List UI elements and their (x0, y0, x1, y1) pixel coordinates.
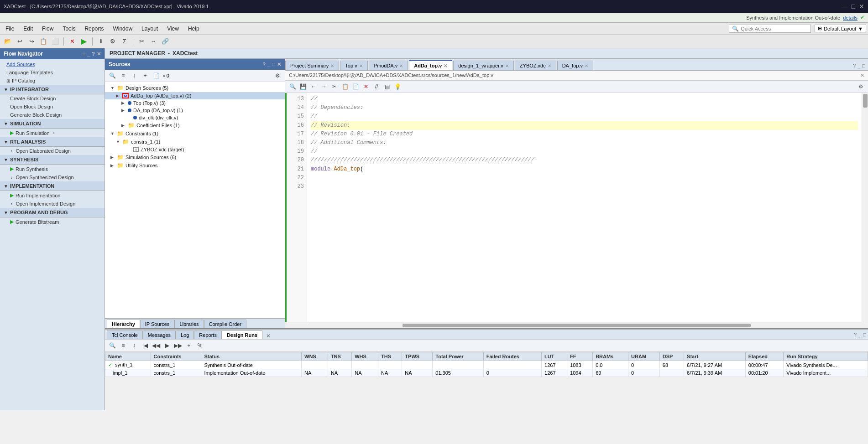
nav-item-run-simulation[interactable]: ▶ Run Simulation › (0, 129, 105, 137)
divclk-node[interactable]: div_clk (div_clk.v) (105, 114, 285, 121)
tab-adda-top-v-close[interactable]: ✕ (444, 63, 447, 68)
tab-design-runs[interactable]: Design Runs (222, 330, 262, 339)
nav-section-rtl[interactable]: ▼ RTL ANALYSIS (0, 137, 105, 147)
col-status[interactable]: Status (201, 352, 302, 361)
col-ths[interactable]: THS (378, 352, 402, 361)
tab-design1-wrapper[interactable]: design_1_wrapper.v ✕ (453, 61, 513, 70)
bt-play-btn[interactable]: ▶ (162, 341, 172, 350)
nav-item-generate-block[interactable]: Generate Block Design (0, 111, 105, 119)
sources-help-icon[interactable]: ? (262, 62, 266, 67)
sim-sources-node[interactable]: ▶ 📁 Simulation Sources (6) (105, 153, 285, 161)
menu-edit[interactable]: Edit (20, 25, 37, 33)
editor-min-icon[interactable]: _ (858, 63, 860, 68)
col-wns[interactable]: WNS (302, 352, 328, 361)
menu-help[interactable]: Help (184, 25, 203, 33)
constraints-node[interactable]: ▼ 📁 Constraints (1) (105, 129, 285, 138)
nav-item-generate-bitstream[interactable]: ▶ Generate Bitstream (0, 217, 105, 226)
bt-sort-btn[interactable]: ↕ (130, 341, 139, 350)
edit-cut-btn[interactable]: ✂ (330, 82, 339, 91)
edit-comment-btn[interactable]: // (372, 82, 381, 91)
col-name[interactable]: Name (105, 352, 151, 361)
col-tpws[interactable]: TPWS (402, 352, 433, 361)
tab-da-top-v-close[interactable]: ✕ (585, 63, 588, 68)
toolbar-stop-btn[interactable]: ✕ (67, 36, 77, 46)
nav-section-program-debug[interactable]: ▼ PROGRAM AND DEBUG (0, 208, 105, 217)
tab-tcl-console[interactable]: Tcl Console (107, 330, 143, 339)
col-failed-routes[interactable]: Failed Routes (483, 352, 541, 361)
sources-tab-compile-order[interactable]: Compile Order (204, 320, 247, 328)
bt-next-btn[interactable]: ▶▶ (173, 341, 183, 350)
sources-tab-libraries[interactable]: Libraries (174, 320, 204, 328)
tab-top-v[interactable]: Top.v ✕ (340, 61, 367, 70)
editor-hscrollbar[interactable] (285, 322, 868, 328)
tab-top-v-close[interactable]: ✕ (359, 63, 363, 68)
bt-first-btn[interactable]: |◀ (141, 341, 150, 350)
col-constraints[interactable]: Constraints (151, 352, 201, 361)
col-run-strategy[interactable]: Run Strategy (784, 352, 868, 361)
datop-node[interactable]: ▶ DA_top (DA_top.v) (1) (105, 107, 285, 114)
sources-tab-hierarchy[interactable]: Hierarchy (107, 320, 140, 328)
tab-reports[interactable]: Reports (194, 330, 222, 339)
toolbar-settings-btn[interactable]: ⚙ (108, 36, 118, 46)
edit-block-btn[interactable]: ▤ (382, 82, 392, 91)
sources-max-icon[interactable]: □ (272, 62, 275, 67)
nav-item-open-implemented[interactable]: › Open Implemented Design (0, 200, 105, 208)
col-brams[interactable]: BRAMs (593, 352, 628, 361)
toolbar-debug-btn[interactable]: 🔗 (160, 36, 170, 46)
details-link[interactable]: details (843, 15, 858, 21)
sources-settings-btn[interactable]: ⚙ (273, 71, 282, 80)
flow-nav-icon-pin[interactable]: ≡ (83, 51, 85, 57)
edit-assist-btn[interactable]: 💡 (393, 82, 402, 91)
menu-file[interactable]: File (2, 25, 18, 33)
sources-search-btn[interactable]: 🔍 (108, 71, 117, 80)
flow-nav-icon-close[interactable]: ✕ (97, 51, 101, 57)
nav-item-open-block[interactable]: Open Block Design (0, 103, 105, 111)
edit-settings-btn[interactable]: ⚙ (856, 82, 865, 91)
search-input[interactable] (741, 26, 805, 31)
bt-search-btn[interactable]: 🔍 (108, 341, 117, 350)
edit-forward-btn[interactable]: → (319, 82, 329, 91)
tab-pmodda-v[interactable]: PmodDA.v ✕ (369, 61, 408, 70)
tab-design1-wrapper-close[interactable]: ✕ (505, 63, 509, 68)
col-total-power[interactable]: Total Power (433, 352, 483, 361)
edit-save-btn[interactable]: 💾 (298, 82, 308, 91)
bottom-min-icon[interactable]: _ (858, 332, 861, 337)
flow-nav-icon-help[interactable]: ? (92, 51, 95, 57)
close-btn[interactable]: ✕ (859, 3, 864, 10)
col-ff[interactable]: FF (567, 352, 593, 361)
col-whs[interactable]: WHS (352, 352, 378, 361)
table-row[interactable]: ✓ synth_1 constrs_1 Synthesis Out-of-dat… (105, 361, 868, 369)
nav-item-language-templates[interactable]: Language Templates (0, 68, 105, 77)
maximize-btn[interactable]: □ (852, 3, 855, 10)
sources-add-btn[interactable]: + (141, 71, 150, 80)
nav-item-create-block[interactable]: Create Block Design (0, 94, 105, 103)
layout-selector[interactable]: ⊞ Default Layout ▼ (815, 25, 866, 32)
editor-scrollbar[interactable] (862, 93, 868, 322)
addatop-node[interactable]: ▶ M AdDa_top (AdDa_top.v) (2) (105, 92, 285, 99)
editor-scrollbar-thumb[interactable] (863, 94, 868, 108)
constrs1-node[interactable]: ▼ 📁 constrs_1 (1) (105, 138, 285, 146)
edit-delete-btn[interactable]: ✕ (361, 82, 371, 91)
nav-section-ip-integrator[interactable]: ▼ IP INTEGRATOR (0, 85, 105, 94)
bottom-help-icon[interactable]: ? (854, 332, 857, 337)
zyboz-node[interactable]: f ZYBOZ.xdc (target) (105, 146, 285, 153)
editor-help-icon[interactable]: ? (853, 63, 856, 68)
toolbar-sum-btn[interactable]: Σ (120, 36, 130, 46)
nav-item-open-elaborated[interactable]: › Open Elaborated Design (0, 147, 105, 155)
tab-pmodda-v-close[interactable]: ✕ (399, 63, 403, 68)
nav-item-ip-catalog[interactable]: ⊞ IP Catalog (0, 77, 105, 85)
col-uram[interactable]: URAM (628, 352, 660, 361)
col-start[interactable]: Start (684, 352, 746, 361)
table-row[interactable]: impl_1 constrs_1 Implementation Out-of-d… (105, 369, 868, 377)
utility-sources-node[interactable]: ▶ 📁 Utility Sources (105, 161, 285, 170)
top-node[interactable]: ▶ Top (Top.v) (3) (105, 99, 285, 107)
nav-item-run-implementation[interactable]: ▶ Run Implementation (0, 191, 105, 200)
nav-item-add-sources[interactable]: Add Sources (0, 59, 105, 68)
editor-hscrollbar-thumb[interactable] (403, 324, 751, 327)
tab-da-top-v[interactable]: DA_top.v ✕ (557, 61, 593, 70)
edit-copy-btn[interactable]: 📋 (340, 82, 350, 91)
menu-window[interactable]: Window (109, 25, 136, 33)
edit-back-btn[interactable]: ← (309, 82, 318, 91)
edit-search-btn[interactable]: 🔍 (288, 82, 297, 91)
edit-paste-btn[interactable]: 📄 (351, 82, 360, 91)
